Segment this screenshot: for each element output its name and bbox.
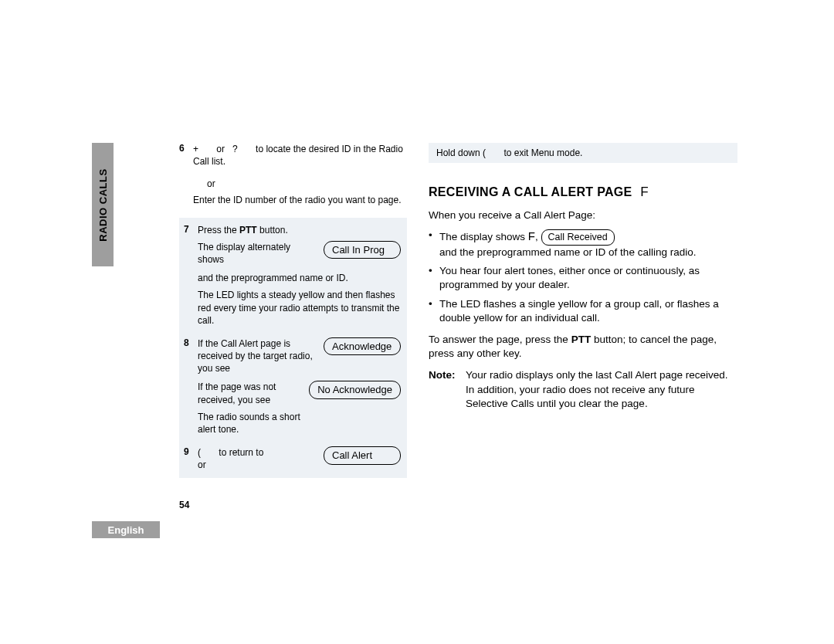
bullet-3: The LED flashes a single yellow for a gr… <box>429 297 737 325</box>
intro-text: When you receive a Call Alert Page: <box>429 209 737 221</box>
key-paren: ( <box>198 447 201 458</box>
step8-row2: If the page was not received, you see No… <box>198 381 401 405</box>
step7-line2-row: The display alternately shows Call In Pr… <box>198 241 401 266</box>
text: to return to <box>219 447 263 458</box>
step-number: 7 <box>184 224 198 331</box>
section-tab-label: RADIO CALLS <box>97 168 109 241</box>
step-7: 7 Press the PTT button. The display alte… <box>184 224 401 331</box>
word-or: or <box>216 144 225 154</box>
step-number: 9 <box>184 446 198 471</box>
step8-row1: If the Call Alert page is received by th… <box>198 337 401 375</box>
display-pill-acknowledge: Acknowledge <box>324 337 401 356</box>
text: , <box>535 231 541 242</box>
section-tab: RADIO CALLS <box>92 143 114 266</box>
key-question: ? <box>232 144 238 154</box>
step6-line2: Enter the ID number of the radio you wan… <box>193 194 407 206</box>
step7-line4: The LED lights a steady yellow and then … <box>198 289 401 327</box>
display-pill-call-received: Call Received <box>541 229 615 246</box>
step-body: Press the PTT button. The display altern… <box>198 224 401 331</box>
step-6: 6 + or ? to locate the desired ID in the… <box>179 143 407 172</box>
language-label: English <box>108 524 144 536</box>
step6-text: to locate the desired ID in the Radio Ca… <box>193 144 403 167</box>
text: and the preprogrammed name or ID of the … <box>439 246 696 258</box>
step-body: If the Call Alert page is received by th… <box>198 337 401 440</box>
step-number: 6 <box>179 143 193 172</box>
display-pill-no-acknowledge: No Acknowledge <box>309 381 401 399</box>
word-or: or <box>198 459 206 470</box>
step7-line2: The display alternately shows <box>198 241 317 266</box>
note-label: Note: <box>429 368 466 411</box>
key-plus: + <box>193 144 198 154</box>
step9-text: ( to return to or <box>198 446 317 471</box>
answer-paragraph: To answer the page, press the PTT button… <box>429 333 737 361</box>
text: Press the <box>198 225 239 236</box>
step9-row: ( to return to or Call Alert <box>198 446 401 471</box>
step6-line1: + or ? to locate the desired ID in the R… <box>193 143 407 168</box>
hint-text: to exit Menu mode. <box>503 147 582 158</box>
heading-text: RECEIVING A CALL ALERT PAGE <box>429 185 632 198</box>
text: The display shows <box>439 231 528 242</box>
bullet-1: The display shows F, Call Received and t… <box>429 229 737 259</box>
step6-or: or <box>207 178 407 189</box>
hint-box: Hold down ( to exit Menu mode. <box>429 143 737 163</box>
step8-line3: The radio sounds a short alert tone. <box>198 411 306 436</box>
bell-icon: F <box>640 185 649 199</box>
step-body: ( to return to or Call Alert <box>198 446 401 471</box>
left-column: 6 + or ? to locate the desired ID in the… <box>179 143 407 486</box>
note-body: Your radio displays only the last Call A… <box>466 368 737 411</box>
ptt-bold: PTT <box>239 225 257 236</box>
language-tab: English <box>92 521 160 538</box>
right-column: Hold down ( to exit Menu mode. RECEIVING… <box>429 143 737 411</box>
display-pill-call-alert: Call Alert <box>324 446 401 465</box>
step-8: 8 If the Call Alert page is received by … <box>184 337 401 440</box>
hint-text: Hold down <box>436 147 483 158</box>
step-body: + or ? to locate the desired ID in the R… <box>193 143 407 172</box>
page-number: 54 <box>179 500 189 510</box>
step7-line3: and the preprogrammed name or ID. <box>198 272 401 284</box>
heading: RECEIVING A CALL ALERT PAGE F <box>429 185 737 200</box>
step8-line2: If the page was not received, you see <box>198 381 303 405</box>
manual-page: RADIO CALLS English 6 + or ? to locate t… <box>97 143 741 575</box>
step-7-group: 7 Press the PTT button. The display alte… <box>179 218 407 478</box>
step8-line1: If the Call Alert page is received by th… <box>198 337 317 375</box>
ptt-bold: PTT <box>571 334 592 345</box>
key-paren: ( <box>483 147 486 158</box>
display-pill-call-in-prog: Call In Prog <box>324 241 401 259</box>
step-9: 9 ( to return to or Call Alert <box>184 446 401 471</box>
text: To answer the page, press the <box>429 334 571 345</box>
bullet-2: You hear four alert tones, either once o… <box>429 264 737 292</box>
text: button. <box>257 225 288 236</box>
step-number: 8 <box>184 337 198 440</box>
step7-line1: Press the PTT button. <box>198 224 401 236</box>
note: Note: Your radio displays only the last … <box>429 368 737 411</box>
bell-icon: F <box>528 229 535 242</box>
bullet-list: The display shows F, Call Received and t… <box>429 229 737 325</box>
